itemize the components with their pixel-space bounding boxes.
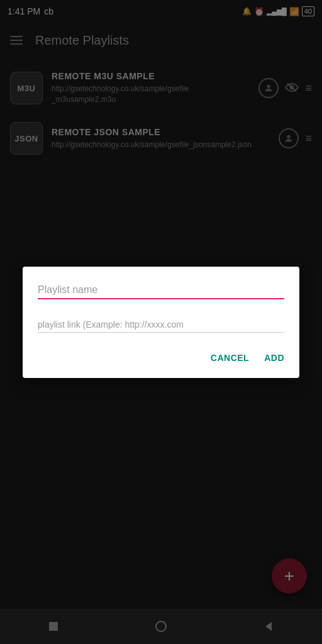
- cancel-button[interactable]: CANCEL: [211, 348, 249, 368]
- dialog-actions: CANCEL ADD: [38, 348, 284, 368]
- add-button[interactable]: ADD: [264, 348, 284, 368]
- dialog-name-group: [38, 282, 284, 299]
- add-playlist-dialog: CANCEL ADD: [23, 267, 299, 378]
- playlist-name-input[interactable]: [38, 282, 284, 299]
- dialog-overlay: CANCEL ADD: [0, 0, 322, 644]
- playlist-url-input[interactable]: [38, 317, 284, 333]
- dialog-url-group: [38, 312, 284, 333]
